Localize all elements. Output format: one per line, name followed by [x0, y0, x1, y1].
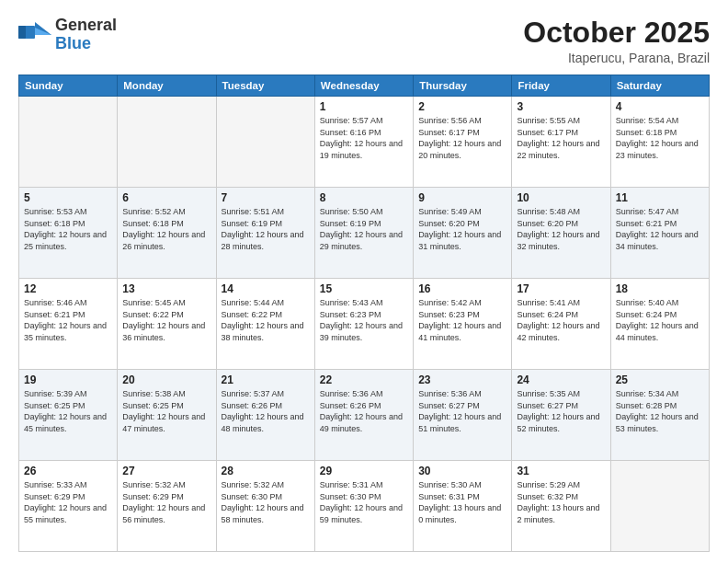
day-number: 2	[418, 100, 506, 113]
day-info: Sunrise: 5:35 AMSunset: 6:27 PMDaylight:…	[517, 388, 605, 434]
day-number: 7	[222, 191, 310, 204]
logo: GeneralBlue	[18, 17, 117, 53]
day-info: Sunrise: 5:48 AMSunset: 6:20 PMDaylight:…	[517, 206, 605, 252]
calendar-week-row: 5Sunrise: 5:53 AMSunset: 6:18 PMDaylight…	[19, 188, 710, 279]
day-header-thursday: Thursday	[414, 75, 512, 97]
calendar-day-cell: 25Sunrise: 5:34 AMSunset: 6:28 PMDayligh…	[610, 370, 709, 461]
day-info: Sunrise: 5:32 AMSunset: 6:30 PMDaylight:…	[222, 479, 310, 525]
day-info: Sunrise: 5:55 AMSunset: 6:17 PMDaylight:…	[517, 115, 605, 161]
calendar-day-cell: 23Sunrise: 5:36 AMSunset: 6:27 PMDayligh…	[414, 370, 512, 461]
day-header-friday: Friday	[512, 75, 610, 97]
calendar-day-cell: 7Sunrise: 5:51 AMSunset: 6:19 PMDaylight…	[216, 188, 314, 279]
day-info: Sunrise: 5:36 AMSunset: 6:26 PMDaylight:…	[320, 388, 408, 434]
day-number: 16	[418, 282, 506, 295]
calendar-day-cell: 22Sunrise: 5:36 AMSunset: 6:26 PMDayligh…	[314, 370, 413, 461]
day-number: 31	[517, 465, 605, 477]
day-number: 10	[517, 191, 605, 204]
title-block: October 2025 Itaperucu, Parana, Brazil	[523, 17, 710, 65]
logo-general-text: GeneralBlue	[55, 16, 117, 52]
calendar-day-cell: 28Sunrise: 5:32 AMSunset: 6:30 PMDayligh…	[216, 461, 314, 552]
day-info: Sunrise: 5:57 AMSunset: 6:16 PMDaylight:…	[320, 115, 408, 161]
day-info: Sunrise: 5:45 AMSunset: 6:22 PMDaylight:…	[122, 297, 210, 343]
day-number: 28	[222, 465, 310, 477]
day-number: 6	[122, 191, 210, 204]
calendar-day-cell: 2Sunrise: 5:56 AMSunset: 6:17 PMDaylight…	[414, 97, 512, 188]
day-info: Sunrise: 5:40 AMSunset: 6:24 PMDaylight:…	[616, 297, 704, 343]
calendar-week-row: 1Sunrise: 5:57 AMSunset: 6:16 PMDaylight…	[19, 97, 710, 188]
day-info: Sunrise: 5:41 AMSunset: 6:24 PMDaylight:…	[517, 297, 605, 343]
day-number: 18	[616, 282, 704, 295]
day-info: Sunrise: 5:52 AMSunset: 6:18 PMDaylight:…	[122, 206, 210, 252]
day-number: 4	[616, 100, 704, 113]
calendar-day-cell: 1Sunrise: 5:57 AMSunset: 6:16 PMDaylight…	[314, 97, 413, 188]
day-info: Sunrise: 5:32 AMSunset: 6:29 PMDaylight:…	[122, 479, 210, 525]
day-number: 19	[24, 373, 112, 386]
day-number: 22	[320, 373, 408, 386]
day-header-sunday: Sunday	[19, 75, 118, 97]
day-number: 11	[616, 191, 704, 204]
day-number: 30	[418, 465, 506, 477]
calendar-day-cell: 20Sunrise: 5:38 AMSunset: 6:25 PMDayligh…	[118, 370, 216, 461]
day-info: Sunrise: 5:44 AMSunset: 6:22 PMDaylight:…	[222, 297, 310, 343]
day-header-saturday: Saturday	[610, 75, 709, 97]
day-header-tuesday: Tuesday	[216, 75, 314, 97]
calendar-day-cell: 10Sunrise: 5:48 AMSunset: 6:20 PMDayligh…	[512, 188, 610, 279]
day-number: 8	[320, 191, 408, 204]
day-number: 27	[122, 465, 210, 477]
day-number: 17	[517, 282, 605, 295]
calendar-week-row: 26Sunrise: 5:33 AMSunset: 6:29 PMDayligh…	[19, 461, 710, 552]
day-info: Sunrise: 5:38 AMSunset: 6:25 PMDaylight:…	[122, 388, 210, 434]
logo-icon	[18, 22, 51, 48]
calendar-day-cell: 29Sunrise: 5:31 AMSunset: 6:30 PMDayligh…	[314, 461, 413, 552]
day-info: Sunrise: 5:53 AMSunset: 6:18 PMDaylight:…	[24, 206, 112, 252]
day-number: 13	[122, 282, 210, 295]
day-number: 21	[222, 373, 310, 386]
month-title: October 2025	[523, 17, 710, 49]
header: GeneralBlue October 2025 Itaperucu, Para…	[18, 17, 710, 65]
day-number: 12	[24, 282, 112, 295]
calendar-day-cell: 9Sunrise: 5:49 AMSunset: 6:20 PMDaylight…	[414, 188, 512, 279]
calendar-day-cell: 5Sunrise: 5:53 AMSunset: 6:18 PMDaylight…	[19, 188, 118, 279]
day-info: Sunrise: 5:33 AMSunset: 6:29 PMDaylight:…	[24, 479, 112, 525]
day-info: Sunrise: 5:49 AMSunset: 6:20 PMDaylight:…	[418, 206, 506, 252]
calendar-day-cell: 14Sunrise: 5:44 AMSunset: 6:22 PMDayligh…	[216, 279, 314, 370]
day-number: 5	[24, 191, 112, 204]
day-info: Sunrise: 5:39 AMSunset: 6:25 PMDaylight:…	[24, 388, 112, 434]
location-title: Itaperucu, Parana, Brazil	[523, 51, 710, 65]
calendar-day-cell: 3Sunrise: 5:55 AMSunset: 6:17 PMDaylight…	[512, 97, 610, 188]
calendar-header-row: SundayMondayTuesdayWednesdayThursdayFrid…	[19, 75, 710, 97]
day-number: 24	[517, 373, 605, 386]
calendar-day-cell: 18Sunrise: 5:40 AMSunset: 6:24 PMDayligh…	[610, 279, 709, 370]
day-info: Sunrise: 5:50 AMSunset: 6:19 PMDaylight:…	[320, 206, 408, 252]
day-header-wednesday: Wednesday	[314, 75, 413, 97]
calendar-day-cell: 31Sunrise: 5:29 AMSunset: 6:32 PMDayligh…	[512, 461, 610, 552]
day-info: Sunrise: 5:37 AMSunset: 6:26 PMDaylight:…	[222, 388, 310, 434]
calendar-day-cell: 8Sunrise: 5:50 AMSunset: 6:19 PMDaylight…	[314, 188, 413, 279]
day-info: Sunrise: 5:30 AMSunset: 6:31 PMDaylight:…	[418, 479, 506, 525]
day-info: Sunrise: 5:46 AMSunset: 6:21 PMDaylight:…	[24, 297, 112, 343]
calendar-day-cell: 17Sunrise: 5:41 AMSunset: 6:24 PMDayligh…	[512, 279, 610, 370]
day-number: 23	[418, 373, 506, 386]
day-number: 1	[320, 100, 408, 113]
calendar-day-cell: 21Sunrise: 5:37 AMSunset: 6:26 PMDayligh…	[216, 370, 314, 461]
calendar-day-cell	[118, 97, 216, 188]
day-info: Sunrise: 5:42 AMSunset: 6:23 PMDaylight:…	[418, 297, 506, 343]
day-info: Sunrise: 5:54 AMSunset: 6:18 PMDaylight:…	[616, 115, 704, 161]
calendar-day-cell: 27Sunrise: 5:32 AMSunset: 6:29 PMDayligh…	[118, 461, 216, 552]
calendar-day-cell: 13Sunrise: 5:45 AMSunset: 6:22 PMDayligh…	[118, 279, 216, 370]
day-info: Sunrise: 5:51 AMSunset: 6:19 PMDaylight:…	[222, 206, 310, 252]
day-info: Sunrise: 5:29 AMSunset: 6:32 PMDaylight:…	[517, 479, 605, 525]
day-number: 3	[517, 100, 605, 113]
calendar-day-cell	[216, 97, 314, 188]
page: GeneralBlue October 2025 Itaperucu, Para…	[0, 0, 728, 563]
svg-rect-1	[18, 26, 26, 39]
calendar-day-cell: 24Sunrise: 5:35 AMSunset: 6:27 PMDayligh…	[512, 370, 610, 461]
day-info: Sunrise: 5:47 AMSunset: 6:21 PMDaylight:…	[616, 206, 704, 252]
calendar-day-cell: 12Sunrise: 5:46 AMSunset: 6:21 PMDayligh…	[19, 279, 118, 370]
day-number: 15	[320, 282, 408, 295]
day-number: 20	[122, 373, 210, 386]
calendar-day-cell: 26Sunrise: 5:33 AMSunset: 6:29 PMDayligh…	[19, 461, 118, 552]
day-info: Sunrise: 5:43 AMSunset: 6:23 PMDaylight:…	[320, 297, 408, 343]
day-number: 14	[222, 282, 310, 295]
calendar-day-cell: 19Sunrise: 5:39 AMSunset: 6:25 PMDayligh…	[19, 370, 118, 461]
